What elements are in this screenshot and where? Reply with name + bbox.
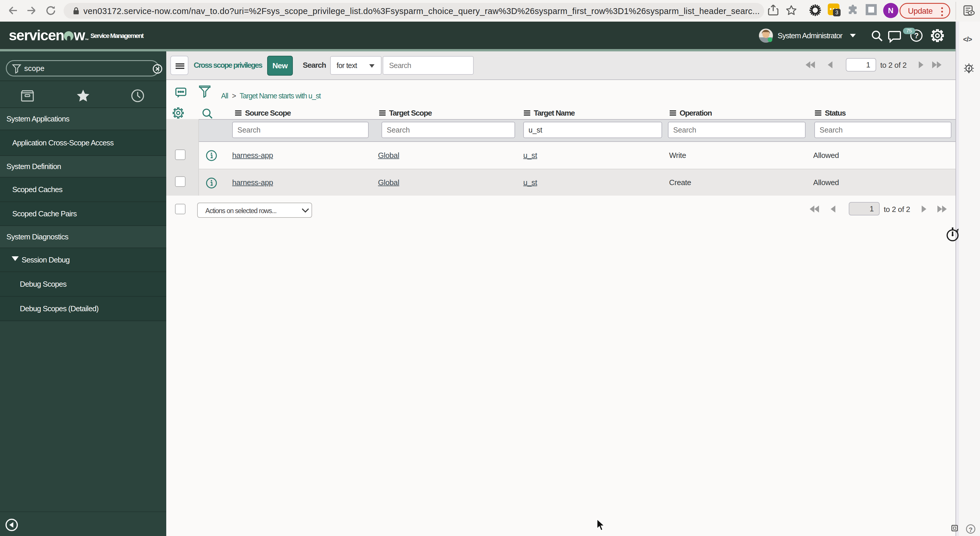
svg-text:?: ? — [914, 31, 919, 40]
